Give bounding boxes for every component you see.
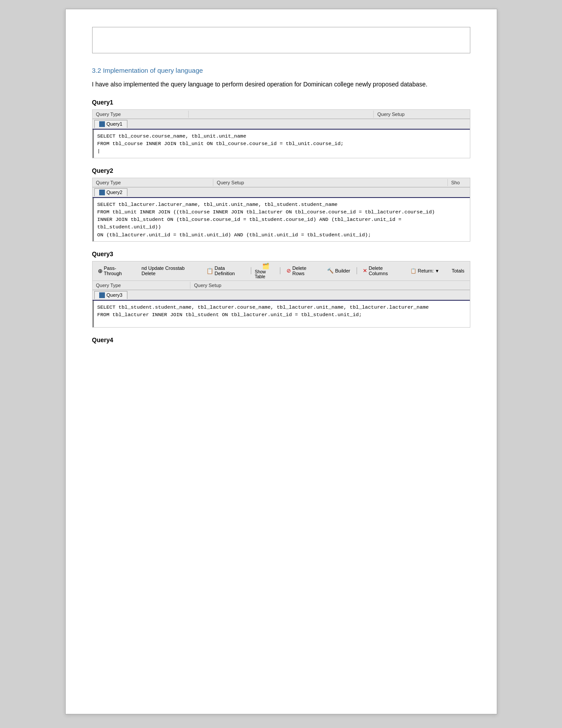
query2-label: Query2 [92, 167, 470, 174]
query3-tab-label: Query3 [107, 292, 123, 298]
query3-col-type: Query Type [93, 282, 191, 289]
totals-label: Totals [452, 268, 465, 273]
query3-sql: SELECT tbl_student.student_name, tbl_lac… [93, 301, 470, 327]
toolbar-sep2 [280, 267, 280, 274]
body-text: I have also implemented the query langua… [92, 79, 470, 90]
query1-label: Query1 [92, 99, 470, 106]
return-icon: 📋 [410, 268, 417, 274]
query3-tab-icon [99, 292, 105, 298]
show-table-icon: 🗂️ [262, 263, 269, 269]
delete-cols-btn[interactable]: ✕ Delete Columns [360, 265, 404, 277]
query1-box: Query Type Query Setup Query1 SELECT tbl… [92, 109, 470, 158]
show-table-btn[interactable]: 🗂️ Show Table [255, 263, 276, 279]
query3-tab[interactable]: Query3 [94, 291, 127, 299]
query1-tab-icon [99, 121, 105, 127]
query2-tab[interactable]: Query2 [94, 188, 127, 196]
query4-label: Query4 [92, 336, 470, 343]
delete-rows-btn[interactable]: ⊘ Delete Rows [284, 265, 321, 277]
update-crosstab-btn[interactable]: nd Update Crosstab Delete [139, 265, 200, 277]
query2-tab-label: Query2 [107, 190, 123, 195]
query2-col-show: Sho [448, 179, 470, 186]
top-box [92, 27, 470, 53]
query3-header: Query Type Query Setup [93, 281, 470, 290]
builder-icon: 🔨 [327, 268, 334, 274]
query2-sql: SELECT tbl_lacturer.lacturer_name, tbl_u… [93, 198, 470, 241]
query1-col-setup: Query Setup [374, 111, 470, 118]
builder-label: Builder [335, 268, 350, 273]
toolbar-sep3 [357, 267, 357, 274]
query1-tab-row: Query1 [93, 119, 470, 130]
pass-through-icon: ⊕ [98, 268, 103, 274]
delete-cols-icon: ✕ [363, 268, 367, 274]
delete-cols-label: Delete Columns [368, 265, 401, 276]
query2-tab-row: Query2 [93, 187, 470, 198]
update-crosstab-label: nd Update Crosstab Delete [141, 265, 197, 276]
delete-rows-label: Delete Rows [292, 265, 318, 276]
query3-toolbar: ⊕ Pass-Through nd Update Crosstab Delete… [93, 261, 470, 281]
return-btn[interactable]: 📋 Return: ▼ [408, 267, 442, 275]
query3-col-setup: Query Setup [190, 282, 469, 289]
builder-btn[interactable]: 🔨 Builder [324, 267, 353, 275]
query1-tab[interactable]: Query1 [94, 120, 127, 128]
query1-sql: SELECT tbl_course.course_name, tbl_unit.… [93, 130, 470, 158]
query1-tab-label: Query1 [107, 121, 123, 127]
delete-rows-icon: ⊘ [287, 268, 291, 274]
return-label: Return: [418, 268, 434, 273]
pass-through-btn[interactable]: ⊕ Pass-Through [95, 265, 135, 277]
query1-header: Query Type Query Setup [93, 110, 470, 119]
toolbar-sep1 [251, 267, 251, 274]
query2-col-setup: Query Setup [213, 179, 448, 186]
pass-through-label: Pass-Through [104, 265, 133, 276]
return-dropdown[interactable]: ▼ [435, 269, 439, 273]
totals-btn[interactable]: Totals [449, 267, 467, 274]
show-table-label: Show Table [255, 269, 276, 279]
query2-box: Query Type Query Setup Sho Query2 SELECT… [92, 178, 470, 242]
section-heading: 3.2 Implementation of query language [92, 67, 470, 74]
query2-header: Query Type Query Setup Sho [93, 178, 470, 187]
query3-tab-row: Query3 [93, 290, 470, 301]
query2-tab-icon [99, 190, 105, 195]
query1-col-type: Query Type [93, 111, 189, 118]
query3-label: Query3 [92, 250, 470, 258]
data-def-btn[interactable]: 📋 Data Definition [204, 265, 247, 277]
query3-box: ⊕ Pass-Through nd Update Crosstab Delete… [92, 261, 470, 328]
page: 3.2 Implementation of query language I h… [65, 9, 497, 714]
data-def-label: Data Definition [215, 265, 245, 276]
query1-col-mid [189, 111, 374, 118]
query2-col-type: Query Type [93, 179, 213, 186]
data-def-icon: 📋 [206, 268, 213, 274]
